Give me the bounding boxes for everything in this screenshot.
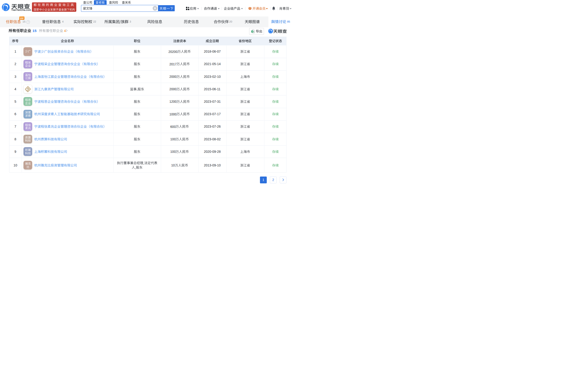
svg-text:?: ? (27, 21, 29, 23)
